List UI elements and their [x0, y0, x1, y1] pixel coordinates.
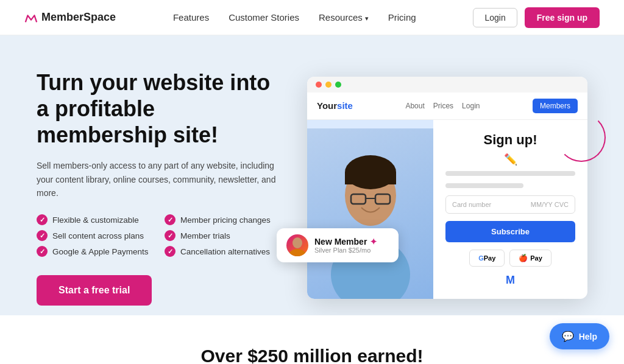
applepay-button[interactable]: 🍎 Pay — [509, 250, 551, 267]
check-icon-flexible — [37, 214, 48, 225]
navbar: MemberSpace Features Customer Stories Re… — [0, 0, 624, 35]
check-icon-trials — [165, 230, 176, 241]
site-login-link: Login — [462, 102, 480, 110]
nav-resources-dropdown[interactable]: Resources — [319, 12, 369, 23]
free-signup-button[interactable]: Free sign up — [525, 7, 600, 28]
feature-flexible: Flexible & customizable — [37, 214, 152, 225]
check-icon-pricing — [165, 214, 176, 225]
mockup-person-area — [307, 120, 433, 299]
member-avatar — [286, 234, 308, 256]
applepay-icon: 🍎 — [519, 254, 528, 262]
gpay-icon: GPay — [478, 254, 495, 262]
site-nav: Yoursite About Prices Login Members — [307, 93, 587, 120]
site-members-button[interactable]: Members — [533, 99, 578, 113]
svg-rect-3 — [345, 172, 396, 184]
hero-section: Turn your website into a profitable memb… — [0, 35, 624, 315]
hero-right: Yoursite About Prices Login Members — [283, 77, 587, 299]
nav-features[interactable]: Features — [173, 12, 209, 23]
dot-green — [335, 82, 341, 88]
sparkle-icon: ✦ — [370, 237, 377, 247]
chat-icon: 💬 — [562, 331, 574, 342]
pen-icon: ✏️ — [504, 153, 517, 166]
nav-pricing[interactable]: Pricing — [388, 12, 416, 23]
feature-cancellation-label: Cancellation alternatives — [180, 247, 270, 256]
feature-pricing-label: Member pricing changes — [180, 215, 271, 225]
member-plan: Silver Plan $25/mo — [314, 247, 389, 254]
feature-flexible-label: Flexible & customizable — [52, 215, 139, 225]
feature-content-label: Sell content across plans — [52, 231, 144, 240]
site-nav-links: About Prices Login — [405, 102, 480, 110]
dot-yellow — [325, 82, 332, 88]
card-expiry-label: MM/YY CVC — [531, 201, 569, 208]
site-prices-link: Prices — [433, 102, 453, 110]
site-about-link: About — [405, 102, 424, 110]
stats-title: Over $250 million earned! — [37, 346, 587, 364]
feature-trials: Member trials — [165, 230, 280, 241]
resources-chevron-icon — [365, 12, 369, 23]
signup-title: Sign up! — [445, 132, 575, 148]
mockup-content: Sign up! ✏️ Card number MM/YY CVC Subscr… — [307, 120, 587, 299]
site-brand: Yoursite — [317, 100, 353, 111]
features-grid: Flexible & customizable Member pricing c… — [37, 214, 280, 257]
hero-left: Turn your website into a profitable memb… — [37, 69, 280, 306]
memberspace-logo-small: M — [445, 274, 575, 287]
logo-icon — [24, 11, 38, 24]
logo-text: MemberSpace — [41, 11, 116, 24]
feature-cancellation: Cancellation alternatives — [165, 246, 280, 257]
gray-bar-1 — [445, 171, 575, 176]
browser-bar — [307, 77, 587, 93]
help-button[interactable]: 💬 Help — [550, 323, 609, 349]
svg-point-8 — [289, 249, 306, 256]
stats-section: Over $250 million earned! Entrepreneurs,… — [0, 315, 624, 364]
nav-links: Features Customer Stories Resources Pric… — [173, 12, 416, 23]
feature-trials-label: Member trials — [180, 231, 230, 240]
card-number-label: Card number — [452, 201, 491, 208]
feature-payments-label: Google & Apple Payments — [52, 247, 149, 256]
dot-red — [316, 82, 322, 88]
hero-subtext: Sell members-only access to any part of … — [37, 159, 280, 200]
nav-actions: Login Free sign up — [473, 7, 600, 28]
help-label: Help — [579, 332, 597, 341]
check-icon-content — [37, 230, 48, 241]
member-info: New Member ✦ Silver Plan $25/mo — [314, 237, 389, 254]
subscribe-button[interactable]: Subscribe — [445, 221, 575, 242]
payment-options: GPay 🍎 Pay — [445, 250, 575, 267]
feature-payments: Google & Apple Payments — [37, 246, 152, 257]
gray-bar-2 — [445, 183, 523, 188]
logo[interactable]: MemberSpace — [24, 11, 116, 24]
card-input-row: Card number MM/YY CVC — [445, 195, 575, 214]
check-icon-cancellation — [165, 246, 176, 257]
browser-mockup: Yoursite About Prices Login Members — [307, 77, 587, 299]
new-member-badge: New Member ✦ Silver Plan $25/mo — [277, 228, 399, 262]
feature-content-plans: Sell content across plans — [37, 230, 152, 241]
hero-headline: Turn your website into a profitable memb… — [37, 69, 280, 149]
start-trial-button[interactable]: Start a free trial — [37, 275, 152, 306]
check-icon-payments — [37, 246, 48, 257]
nav-customer-stories[interactable]: Customer Stories — [229, 12, 299, 23]
accent-curve-decoration — [557, 113, 606, 162]
login-button[interactable]: Login — [473, 8, 517, 27]
member-name: New Member ✦ — [314, 237, 389, 247]
gpay-button[interactable]: GPay — [469, 250, 505, 267]
person-image — [307, 128, 433, 299]
svg-point-7 — [292, 237, 302, 248]
feature-pricing-changes: Member pricing changes — [165, 214, 280, 225]
